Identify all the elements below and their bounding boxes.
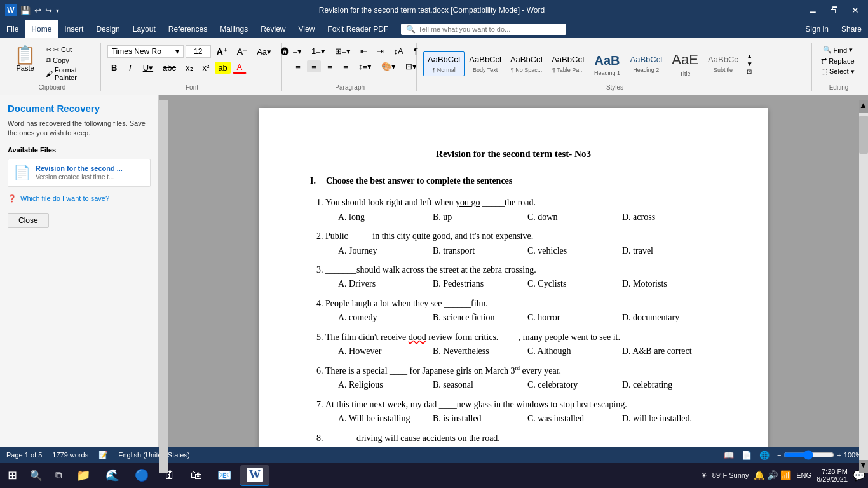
style-body-text[interactable]: AaBbCcl Body Text [465, 51, 506, 76]
styles-area: AaBbCcI ¶ Normal AaBbCcl Body Text AaBbC… [423, 48, 743, 80]
bold-button[interactable]: B [107, 62, 121, 74]
shrink-font-button[interactable]: A⁻ [233, 45, 251, 58]
styles-scroll-up[interactable]: ▲ [746, 53, 754, 60]
font-name-selector[interactable]: Times New Ro ▾ [107, 45, 184, 58]
italic-button[interactable]: I [123, 62, 137, 74]
style-title[interactable]: AaE Title [667, 48, 703, 80]
multilevel-button[interactable]: ⊞≡▾ [331, 45, 355, 57]
page-info: Page 1 of 5 [6, 451, 42, 459]
read-mode-icon[interactable]: 📖 [724, 451, 734, 460]
sign-in-btn[interactable]: Sign in [799, 20, 835, 38]
document-page[interactable]: Revision for the second term test- No3 I… [259, 108, 768, 447]
menu-references[interactable]: References [162, 20, 214, 38]
zoom-out-icon[interactable]: − [777, 451, 781, 459]
zoom-control[interactable]: − + 100% [777, 450, 862, 460]
style-no-spacing-preview: AaBbCcI [510, 55, 543, 65]
superscript-button[interactable]: x² [199, 62, 214, 74]
menu-insert[interactable]: Insert [58, 20, 90, 38]
print-layout-icon[interactable]: 📄 [742, 451, 752, 460]
replace-button[interactable]: ⇄ Replace [818, 56, 857, 65]
recovered-file[interactable]: 📄 Revision for the second ... Version cr… [8, 159, 151, 187]
word-file-icon: 📄 [13, 165, 31, 181]
maximize-btn[interactable]: 🗗 [826, 4, 843, 17]
style-normal[interactable]: AaBbCcI ¶ Normal [423, 51, 465, 76]
question-1: You should look right and left when you … [325, 196, 717, 224]
web-layout-icon[interactable]: 🌐 [759, 451, 770, 460]
mail-app[interactable]: 📧 [211, 466, 238, 485]
help-link[interactable]: ❓ Which file do I want to save? [8, 194, 151, 203]
document-area[interactable]: Revision for the second term test- No3 I… [159, 95, 868, 447]
menu-file[interactable]: File [0, 20, 25, 38]
q7-d: D. will be installed. [622, 412, 717, 426]
undo-icon[interactable]: ↩ [34, 6, 41, 15]
find-button[interactable]: 🔍 Find ▾ [820, 45, 855, 55]
ribbon-search-input[interactable] [418, 25, 558, 33]
start-button[interactable]: ⊞ [3, 466, 22, 485]
scrollbar-up-arrow[interactable]: ▲ [859, 100, 868, 113]
menu-mailings[interactable]: Mailings [214, 20, 254, 38]
line-spacing-button[interactable]: ↕≡▾ [355, 60, 376, 72]
minimize-btn[interactable]: 🗕 [804, 4, 821, 17]
search-button[interactable]: 🔍 [25, 467, 48, 484]
change-case-button[interactable]: Aa▾ [253, 46, 275, 58]
store-app[interactable]: 🛍 [184, 466, 208, 485]
share-btn[interactable]: Share [835, 20, 868, 38]
align-left-button[interactable]: ≡ [291, 60, 305, 72]
increase-indent-button[interactable]: ⇥ [373, 45, 388, 57]
style-heading2[interactable]: AaBbCcl Heading 2 [626, 51, 667, 76]
subscript-button[interactable]: x₂ [182, 62, 197, 74]
menu-design[interactable]: Design [90, 20, 126, 38]
align-right-button[interactable]: ≡ [323, 60, 337, 72]
menu-review[interactable]: Review [254, 20, 292, 38]
title-bar-left: W 💾 ↩ ↪ ▾ [5, 4, 59, 16]
style-heading1[interactable]: AaB Heading 1 [589, 49, 626, 79]
section-heading: Choose the best answer to complete the s… [326, 174, 512, 188]
menu-layout[interactable]: Layout [126, 20, 162, 38]
justify-button[interactable]: ≡ [339, 60, 353, 72]
edge-app[interactable]: 🌊 [99, 466, 126, 485]
task-view-button[interactable]: ⧉ [50, 468, 67, 484]
style-subtitle[interactable]: AaBbCc Subtitle [703, 51, 743, 76]
align-center-button[interactable]: ≡ [307, 60, 321, 72]
style-table[interactable]: AaBbCcI ¶ Table Pa... [547, 51, 588, 76]
copy-button[interactable]: ⧉ Copy [43, 55, 95, 65]
menu-home[interactable]: Home [25, 20, 58, 38]
vertical-scrollbar[interactable]: ▲ ▼ [859, 100, 868, 447]
strikethrough-button[interactable]: abc [159, 62, 180, 74]
sidebar-close-button[interactable]: Close [8, 213, 49, 228]
scrollbar-thumb[interactable] [859, 116, 868, 154]
shading-button[interactable]: 🎨▾ [377, 60, 400, 72]
q1-b: B. up [433, 210, 527, 224]
chrome-app[interactable]: 🔵 [128, 466, 155, 485]
grow-font-button[interactable]: A⁺ [213, 45, 231, 58]
select-button[interactable]: ⬚ Select ▾ [818, 67, 857, 76]
redo-icon[interactable]: ↪ [45, 6, 52, 15]
close-btn[interactable]: ✕ [848, 4, 863, 17]
language-indicator: ENG [796, 471, 811, 479]
cut-button[interactable]: ✂ ✂ Cut [43, 45, 95, 55]
paste-button[interactable]: 📋 Paste [9, 45, 41, 73]
bullets-button[interactable]: ≡▾ [288, 45, 306, 57]
font-label: Font [107, 84, 277, 91]
style-no-spacing[interactable]: AaBbCcI ¶ No Spac... [506, 51, 547, 76]
font-name-row: Times New Ro ▾ 12 A⁺ A⁻ Aa▾ 🅐 [107, 45, 293, 58]
word-app[interactable]: W [240, 465, 269, 486]
styles-expand[interactable]: ⊡ [746, 68, 754, 76]
file-explorer-app[interactable]: 📁 [70, 466, 97, 485]
zoom-slider-input[interactable] [783, 450, 834, 460]
quick-save-icon[interactable]: 💾 [20, 6, 31, 15]
numbering-button[interactable]: 1≡▾ [308, 45, 329, 57]
question-2: Public _____in this city quite good, and… [325, 229, 717, 258]
decrease-indent-button[interactable]: ⇤ [356, 45, 371, 57]
text-highlight-button[interactable]: ab [215, 62, 230, 74]
styles-scroll-down[interactable]: ▼ [746, 60, 754, 68]
menu-view[interactable]: View [292, 20, 322, 38]
font-size-selector[interactable]: 12 [186, 45, 211, 58]
menu-foxit[interactable]: Foxit Reader PDF [321, 20, 395, 38]
font-color-button[interactable]: A [233, 61, 247, 74]
underline-button[interactable]: U▾ [139, 62, 157, 74]
format-painter-button[interactable]: 🖌 Format Painter [43, 65, 95, 82]
sort-button[interactable]: ↕A [390, 45, 407, 57]
zoom-in-icon[interactable]: + [837, 451, 841, 459]
q4-text: People laugh a lot when they see ______f… [325, 299, 488, 308]
